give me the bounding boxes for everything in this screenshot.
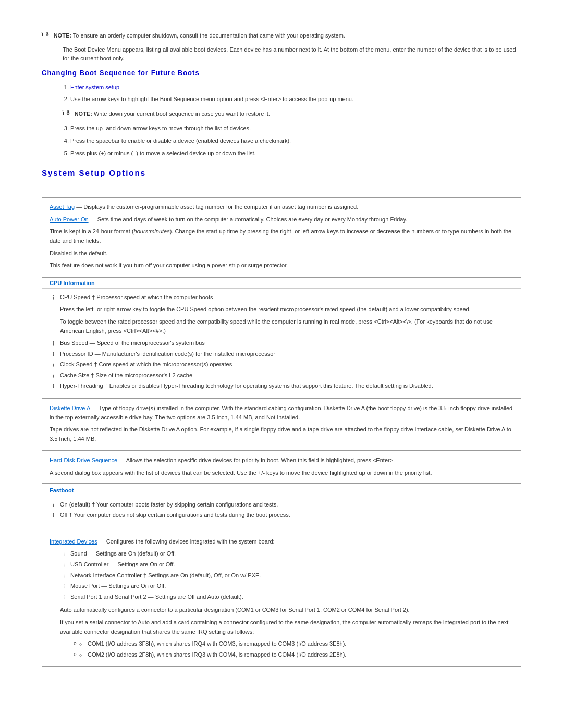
step-1: Enter system setup — [70, 83, 521, 92]
fastboot-off: Off † Your computer does not skip certai… — [50, 511, 513, 520]
boot-menu-text: The Boot Device Menu appears, listing al… — [63, 45, 521, 64]
note-text-2: NOTE: Write down your current boot seque… — [75, 109, 270, 118]
fastboot-content: On (default) † Your computer boots faste… — [42, 496, 521, 526]
cpu-speed-label: CPU Speed — [60, 294, 90, 300]
cpu-info-label: CPU Information — [42, 278, 521, 289]
cpu-toggle-detail: To toggle between the rated processor sp… — [60, 317, 513, 336]
cpu-hyper-threading: Hyper-Threading † Enables or disables Hy… — [50, 381, 513, 391]
cpu-speed-list: CPU Speed † Processor speed at which the… — [50, 293, 513, 302]
note-icon-2: ï ð — [63, 110, 70, 116]
changing-boot-heading: Changing Boot Sequence for Future Boots — [42, 69, 521, 77]
serial-auto-text: Auto automatically configures a connecto… — [60, 606, 513, 615]
integrated-serial: Serial Port 1 and Serial Port 2 — Settin… — [60, 593, 513, 602]
system-setup-heading: System Setup Options — [42, 168, 521, 177]
cpu-bullets-list: Bus Speed — Speed of the microprocessor'… — [50, 339, 513, 391]
com2-item: COM2 (I/O address 2F8h), which shares IR… — [70, 650, 513, 660]
integrated-bullets: Sound — Settings are On (default) or Off… — [60, 549, 513, 601]
tapedrive-text: Tape drives are not reflected in the Dis… — [50, 425, 513, 443]
serial-remap-text: If you set a serial connector to Auto an… — [60, 618, 513, 636]
cpu-clock-speed: Clock Speed † Core speed at which the mi… — [50, 360, 513, 369]
cpu-processor-id: Processor ID — Manufacturer's identifica… — [50, 350, 513, 359]
auto-power-text: Auto Power On — Sets time and days of we… — [50, 215, 513, 225]
asset-tag-label: Asset Tag — [50, 204, 75, 210]
asset-tag-text: Asset Tag — Displays the customer-progra… — [50, 203, 513, 212]
note-text-1: NOTE: To ensure an orderly computer shut… — [54, 31, 345, 40]
diskette-drive-label: Diskette Drive A — [50, 405, 90, 411]
fastboot-bullets: On (default) † Your computer boots faste… — [50, 500, 513, 520]
disabled-default-text: Disabled is the default. — [50, 249, 513, 258]
step-2: Use the arrow keys to highlight the Boot… — [70, 95, 521, 104]
enter-system-setup-link[interactable]: Enter system setup — [70, 84, 119, 90]
cpu-info-box: CPU Information CPU Speed † Processor sp… — [42, 277, 521, 397]
com-bullets: COM1 (I/O address 3F8h), which shares IR… — [70, 639, 513, 659]
com1-item: COM1 (I/O address 3F8h), which shares IR… — [70, 639, 513, 649]
step-4: Press the spacebar to enable or disable … — [70, 137, 521, 146]
diskette-drive-text: Diskette Drive A — Type of floppy drive(… — [50, 404, 513, 422]
note-keyword-1: NOTE: — [54, 32, 71, 39]
note-block-2: ï ð NOTE: Write down your current boot s… — [63, 109, 521, 118]
integrated-sound: Sound — Settings are On (default) or Off… — [60, 549, 513, 559]
note-icon-1: ï ð — [42, 32, 50, 38]
fastboot-label: Fastboot — [42, 485, 521, 496]
cpu-cache-size: Cache Size † Size of the microprocessor'… — [50, 371, 513, 380]
feature-warning-text: This feature does not work if you turn o… — [50, 261, 513, 270]
boot-steps-list: Enter system setup Use the arrow keys to… — [70, 83, 521, 104]
hard-disk-detail: A second dialog box appears with the lis… — [50, 468, 513, 478]
auto-power-label: Auto Power On — [50, 216, 89, 223]
note-keyword-2: NOTE: — [75, 110, 92, 117]
hard-disk-label: Hard-Disk Drive Sequence — [50, 457, 117, 463]
integrated-mouse: Mouse Port — Settings are On or Off. — [60, 582, 513, 591]
asset-tag-box: Asset Tag — Displays the customer-progra… — [42, 197, 521, 276]
integrated-usb: USB Controller — Settings are On or Off. — [60, 560, 513, 570]
diskette-drive-box: Diskette Drive A — Type of floppy drive(… — [42, 398, 521, 449]
cpu-bus-speed: Bus Speed — Speed of the microprocessor'… — [50, 339, 513, 348]
time-format-italic: hours:minutes — [134, 228, 170, 235]
hard-disk-box: Hard-Disk Drive Sequence — Allows the se… — [42, 450, 521, 483]
fastboot-box: Fastboot On (default) † Your computer bo… — [42, 485, 521, 526]
fastboot-on: On (default) † Your computer boots faste… — [50, 500, 513, 510]
step-3: Press the up- and down-arrow keys to mov… — [70, 124, 521, 133]
note-block-1: ï ð NOTE: To ensure an orderly computer … — [42, 31, 521, 40]
cpu-speed-detail: Press the left- or right-arrow key to to… — [60, 305, 513, 314]
integrated-devices-text: Integrated Devices — Configures the foll… — [50, 537, 513, 547]
hard-disk-text: Hard-Disk Drive Sequence — Allows the se… — [50, 456, 513, 465]
integrated-nic: Network Interface Controller † Settings … — [60, 571, 513, 581]
cpu-speed-item: CPU Speed † Processor speed at which the… — [50, 293, 513, 302]
integrated-devices-box: Integrated Devices — Configures the foll… — [42, 532, 521, 667]
cpu-info-content: CPU Speed † Processor speed at which the… — [42, 289, 521, 397]
step-5: Press plus (+) or minus (–) to move a se… — [70, 149, 521, 158]
time-format-text: Time is kept in a 24-hour format (hours:… — [50, 227, 513, 245]
integrated-devices-label: Integrated Devices — [50, 538, 97, 545]
boot-steps-list-2: Press the up- and down-arrow keys to mov… — [70, 124, 521, 158]
